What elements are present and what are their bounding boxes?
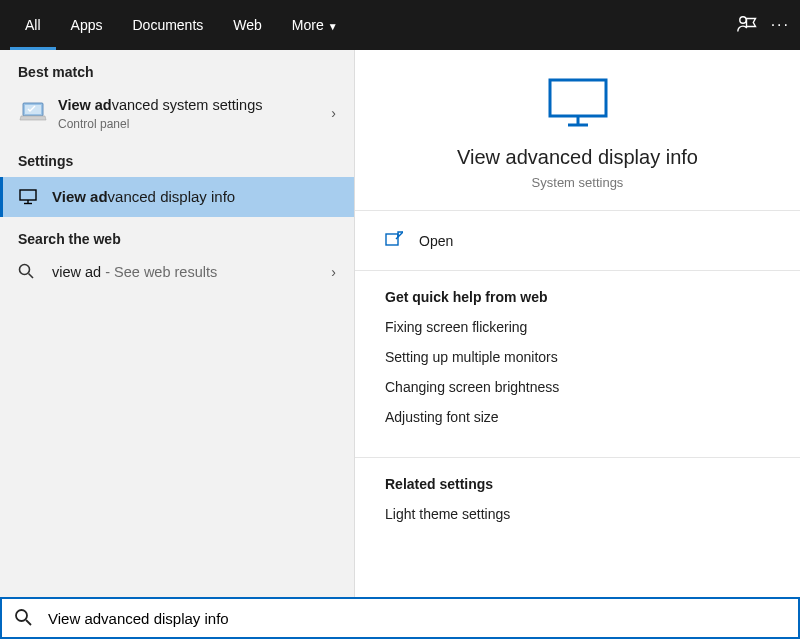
- quick-help-block: Get quick help from web Fixing screen fl…: [355, 271, 800, 457]
- laptop-icon: [18, 98, 48, 128]
- nav-tab-web[interactable]: Web: [218, 0, 277, 50]
- svg-point-6: [20, 264, 30, 274]
- help-item[interactable]: Fixing screen flickering: [385, 319, 770, 335]
- help-item[interactable]: Setting up multiple monitors: [385, 349, 770, 365]
- feedback-icon[interactable]: [737, 15, 757, 36]
- detail-subtitle: System settings: [375, 175, 780, 190]
- search-input[interactable]: [48, 610, 786, 627]
- result-text: View advanced system settings Control pa…: [58, 96, 336, 131]
- search-icon: [14, 608, 36, 629]
- svg-line-14: [26, 620, 31, 625]
- svg-rect-11: [386, 234, 398, 245]
- nav-tab-all[interactable]: All: [10, 0, 56, 50]
- result-subtitle: Control panel: [58, 117, 336, 131]
- result-title: View advanced system settings: [58, 96, 336, 115]
- svg-rect-3: [20, 190, 36, 200]
- result-best-match[interactable]: View advanced system settings Control pa…: [0, 88, 354, 139]
- result-title: View advanced display info: [52, 187, 235, 207]
- svg-rect-2: [25, 105, 41, 114]
- result-rest: vanced system settings: [112, 97, 263, 113]
- result-match-prefix: View ad: [52, 188, 108, 205]
- related-item[interactable]: Light theme settings: [385, 506, 770, 522]
- result-settings-selected[interactable]: View advanced display info: [0, 177, 354, 217]
- chevron-right-icon[interactable]: ›: [331, 264, 336, 280]
- help-item[interactable]: Adjusting font size: [385, 409, 770, 425]
- nav-right-controls: ···: [737, 15, 790, 36]
- chevron-down-icon: ▼: [328, 21, 338, 32]
- top-nav: All Apps Documents Web More▼ ···: [0, 0, 800, 50]
- quick-help-header: Get quick help from web: [385, 289, 770, 305]
- open-action[interactable]: Open: [355, 211, 800, 270]
- results-pane: Best match View advanced system settings…: [0, 50, 355, 597]
- section-header-settings: Settings: [0, 139, 354, 177]
- monitor-large-icon: [548, 78, 608, 128]
- svg-line-12: [396, 232, 403, 239]
- related-header: Related settings: [385, 476, 770, 492]
- nav-tab-label: Web: [233, 17, 262, 33]
- section-header-web: Search the web: [0, 217, 354, 255]
- open-label: Open: [419, 233, 453, 249]
- nav-tab-label: More: [292, 17, 324, 33]
- nav-tab-label: Apps: [71, 17, 103, 33]
- monitor-icon: [18, 187, 38, 207]
- result-web[interactable]: view ad - See web results ›: [0, 255, 354, 290]
- result-title: view ad - See web results: [52, 263, 217, 282]
- related-settings-block: Related settings Light theme settings: [355, 458, 800, 554]
- web-suffix: - See web results: [101, 264, 217, 280]
- open-icon: [385, 231, 405, 250]
- search-bar[interactable]: [0, 597, 800, 639]
- svg-point-0: [739, 16, 745, 22]
- svg-line-7: [29, 273, 34, 278]
- nav-tab-apps[interactable]: Apps: [56, 0, 118, 50]
- search-icon: [18, 263, 38, 282]
- result-match-prefix: View ad: [58, 97, 112, 113]
- detail-pane: View advanced display info System settin…: [355, 50, 800, 597]
- nav-tab-label: Documents: [132, 17, 203, 33]
- more-options-icon[interactable]: ···: [771, 16, 790, 34]
- nav-tab-more[interactable]: More▼: [277, 0, 353, 50]
- svg-rect-8: [550, 80, 606, 116]
- web-query: view ad: [52, 264, 101, 280]
- search-body: Best match View advanced system settings…: [0, 50, 800, 597]
- detail-title: View advanced display info: [375, 146, 780, 169]
- svg-point-13: [16, 610, 27, 621]
- help-item[interactable]: Changing screen brightness: [385, 379, 770, 395]
- section-header-best-match: Best match: [0, 50, 354, 88]
- nav-tab-label: All: [25, 17, 41, 33]
- detail-header: View advanced display info System settin…: [355, 50, 800, 210]
- chevron-right-icon[interactable]: ›: [331, 105, 336, 121]
- result-rest: vanced display info: [108, 188, 236, 205]
- nav-tab-documents[interactable]: Documents: [117, 0, 218, 50]
